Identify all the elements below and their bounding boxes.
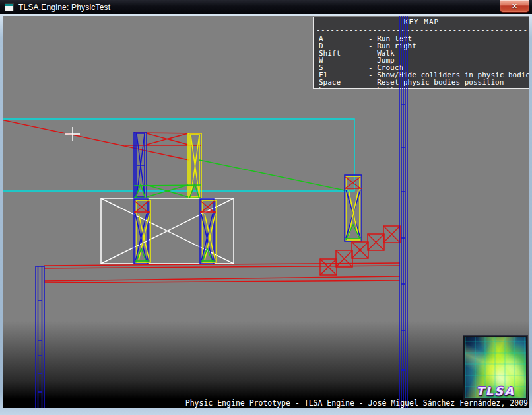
window-icon	[5, 3, 14, 11]
title-bar[interactable]: TLSA.Engine: PhysicTest ✕	[0, 0, 532, 14]
window-title: TLSA.Engine: PhysicTest	[18, 3, 110, 12]
physic-body-tower-yellow	[188, 133, 201, 198]
app-window: TLSA.Engine: PhysicTest ✕ KEY MAP ------…	[0, 0, 532, 415]
pole-right	[399, 16, 407, 408]
window-frame: KEY MAP --------------------------------…	[0, 14, 532, 415]
physic-body-tower-blue	[134, 132, 147, 198]
physic-body-tower-right	[345, 175, 362, 241]
crosshair-cursor	[65, 127, 80, 141]
physic-body-column-right	[200, 199, 216, 264]
physic-body-column-left	[134, 199, 150, 264]
ground-ropes	[44, 263, 400, 283]
game-viewport: KEY MAP --------------------------------…	[3, 16, 529, 408]
close-button[interactable]: ✕	[500, 0, 529, 13]
physics-scene-canvas[interactable]	[3, 16, 529, 408]
spring-links-green	[134, 160, 345, 198]
pole-left	[36, 266, 44, 408]
world-bounds-rect	[3, 119, 354, 191]
rope-constraints-top	[3, 120, 201, 160]
status-bar-text: Physic Engine Prototype - TLSA Engine - …	[185, 399, 528, 408]
